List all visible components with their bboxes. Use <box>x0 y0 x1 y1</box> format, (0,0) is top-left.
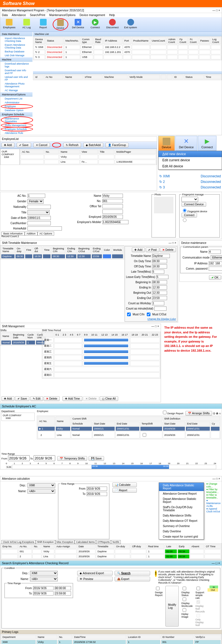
dr-check2[interactable] <box>156 587 160 590</box>
tool-report[interactable]: Report <box>36 18 51 30</box>
fp-device-radio[interactable] <box>183 209 186 212</box>
sea-grid[interactable]: AC No.NameCurrent ShiftShift Definition … <box>37 416 221 439</box>
acno-input[interactable] <box>27 194 45 198</box>
rpt-onoff[interactable]: Staff's On-Duty/Off-Duty Timetable <box>159 505 204 513</box>
off-input[interactable] <box>152 264 167 269</box>
tab-add[interactable]: Addition <box>25 232 38 236</box>
sm-clear[interactable]: ◻ Clear All <box>100 396 118 401</box>
ds-check[interactable] <box>183 587 186 590</box>
dm-name[interactable] <box>209 250 221 254</box>
popup-connect[interactable]: ▶Connect <box>198 136 216 151</box>
late-input[interactable] <box>152 270 164 274</box>
mobile-input[interactable] <box>102 220 128 224</box>
tab-ot[interactable]: OTReports <box>96 540 111 544</box>
tool-del-device[interactable]: ✕Del Device <box>70 18 86 30</box>
gender-select[interactable]: Female <box>27 199 44 204</box>
menu-edit-all[interactable]: Edit All device <box>158 163 222 169</box>
side-db[interactable]: Database Option <box>0 108 32 112</box>
sea-from[interactable] <box>8 455 30 461</box>
side-dept[interactable]: Department List <box>0 97 32 101</box>
adv-export[interactable]: ◆ Advanced Export <box>77 571 113 576</box>
tab-ac[interactable]: AC Options <box>37 232 54 236</box>
preview-btn[interactable]: 👁 Preview <box>77 577 113 581</box>
sm-del[interactable]: ✕ Delete <box>44 396 60 401</box>
tab-misc[interactable]: Misc Exception <box>55 540 75 544</box>
filter-tt[interactable]: Filter to timetable.. <box>206 494 218 499</box>
dw-check[interactable] <box>183 597 186 601</box>
sm-add[interactable]: ✚ Add <box>1 396 14 401</box>
stt-row[interactable]: Daytime 09:3018:3008:3012:3012:3023:59 <box>1 254 123 259</box>
dm-ip[interactable] <box>209 261 222 265</box>
emp-row[interactable]: LinaFe…1.802359445E <box>21 160 156 164</box>
side-dl-user[interactable]: Download user info and FP <box>0 68 32 75</box>
tool-device[interactable]: Device <box>53 18 68 30</box>
tab-log[interactable]: Clock In/Out Log Exceptions <box>1 540 36 544</box>
connect-btn[interactable]: Connect <box>181 213 197 218</box>
machine-row[interactable]: ↻ 3Disconnected1USB <box>34 55 221 59</box>
no-input[interactable] <box>102 199 123 203</box>
menu-search[interactable]: Search/Print <box>30 14 45 17</box>
side-usb[interactable]: Usb Disk Manage <box>0 53 32 57</box>
offtel-input[interactable] <box>102 204 123 208</box>
ac-from[interactable] <box>87 487 107 491</box>
emplist-save[interactable]: ✔ Save <box>17 143 31 147</box>
side-ul-user[interactable]: Upload user info and FP <box>0 75 32 82</box>
side-emp-sched[interactable]: Employee Schedule <box>0 112 32 117</box>
side-backup[interactable]: Backup Database <box>0 50 32 53</box>
tool-exit[interactable]: Exit system <box>123 18 139 30</box>
menu-data[interactable]: Data <box>2 14 8 17</box>
bi-input[interactable] <box>152 280 167 284</box>
tool-aclog[interactable]: AC Log <box>19 18 34 30</box>
sr-from[interactable] <box>33 586 54 590</box>
export-btn[interactable]: 📤 Export <box>115 577 150 581</box>
shifts-grid[interactable]: NameBeginning DateCycle NumCycle Unit No… <box>0 332 46 346</box>
side-admin[interactable]: Administrator <box>0 101 32 104</box>
tool-connect[interactable]: ▶Connect <box>88 18 102 30</box>
side-att-rule[interactable]: Attendance Rule <box>0 131 32 135</box>
emplist-add[interactable]: ✚ Add <box>1 143 14 147</box>
sm-edit[interactable]: ✎ Edit <box>30 396 43 401</box>
rpt-depart[interactable]: Depart Attendance Statistic Report <box>159 496 204 505</box>
fp-r2[interactable] <box>183 218 186 222</box>
rpt-daily[interactable]: Daily Attendance Statistic Report <box>159 483 204 491</box>
mci-check[interactable] <box>127 313 131 316</box>
filter-time[interactable]: Filter by time(able... <box>206 488 219 494</box>
menu-device[interactable]: Device management <box>80 14 105 17</box>
report-btn[interactable]: 📄 Report <box>112 488 137 493</box>
di-check[interactable] <box>183 608 186 612</box>
sr-t1[interactable] <box>55 586 71 590</box>
machine-grid[interactable]: Device NameStatusMachineNo.Comm typeBaud… <box>33 36 222 60</box>
side-maint-tt[interactable]: Maintenance Timetables <box>0 117 32 123</box>
tool-disconnect[interactable]: Disconnect <box>105 18 120 30</box>
dm-ok[interactable]: ✔ OK <box>209 275 221 280</box>
modify-log[interactable]: Modify Log <box>165 586 178 627</box>
stt-add[interactable]: ✚ Add <box>132 247 145 252</box>
ac-name[interactable]: <All> <box>27 489 55 494</box>
sea-save[interactable]: 💾 Save <box>89 456 104 461</box>
sea-row[interactable]: 2LinaNomal2000/1/12999/12/312016/9/26209… <box>38 431 220 438</box>
sr-t2[interactable] <box>55 591 71 596</box>
menu-maint[interactable]: Maintenance/Options <box>49 14 76 17</box>
rpt-shifts[interactable]: Daily Attendance Shifts <box>159 513 204 518</box>
menu-help[interactable]: Help <box>109 14 115 17</box>
ac-grid[interactable]: Emp No.Ac-No.No.NameAuto-AssignDateTimet… <box>0 543 222 559</box>
sr-name[interactable]: <All> <box>30 577 58 581</box>
sm-addtime[interactable]: ✚ Add Time <box>62 396 82 401</box>
bo-input[interactable] <box>152 291 167 295</box>
popup-del-device[interactable]: ✕Del Device <box>175 136 197 151</box>
fp-select[interactable] <box>181 197 198 202</box>
sea-tree[interactable]: OUR COMPANYXIMI <box>1 413 35 421</box>
maint-albl[interactable]: Maintenance AL/BL <box>206 502 221 507</box>
rpt-sum-ot[interactable]: Summary of Overtime <box>159 523 204 529</box>
emp-input[interactable] <box>102 215 123 219</box>
eo-input[interactable] <box>152 296 167 300</box>
tname-input[interactable] <box>152 254 170 258</box>
side-shifts[interactable]: Shifts Management <box>0 123 32 127</box>
nat-input[interactable] <box>27 205 51 209</box>
change-color-link[interactable]: Change the Display Color <box>147 318 176 320</box>
shift-row[interactable]: Nomal2016/9/261Week <box>1 340 45 345</box>
side-data-maint[interactable]: Data Maintance <box>0 32 32 36</box>
emp-row[interactable]: Vicky <box>21 155 156 159</box>
dm-cmode[interactable]: Ethernet <box>211 255 222 260</box>
tab-calc[interactable]: Calculated Items <box>75 540 96 544</box>
